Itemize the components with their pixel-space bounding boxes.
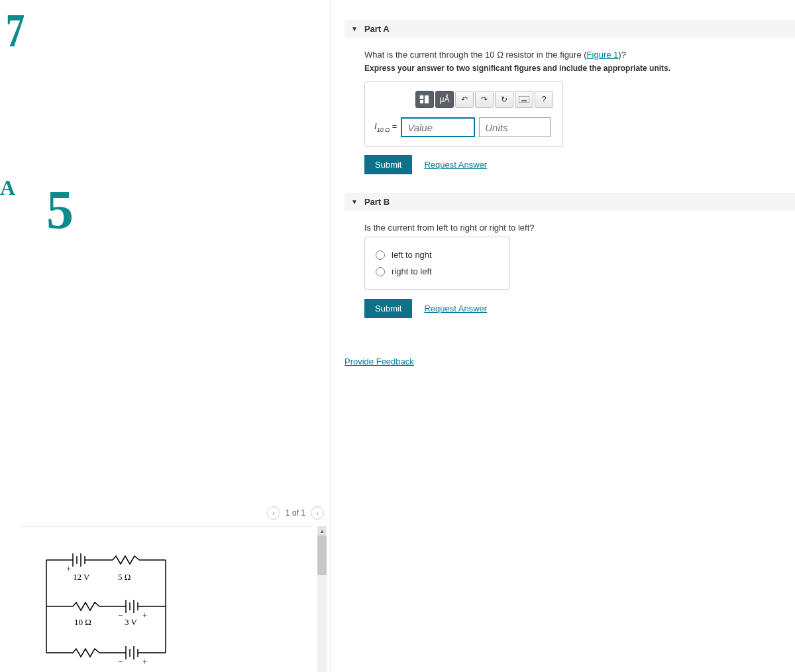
battery-minus-3: − [118, 657, 123, 666]
handwritten-5: 5 [46, 179, 74, 241]
templates-icon[interactable] [415, 91, 434, 108]
right-pane: Part A What is the current through the 1… [331, 0, 795, 672]
scroll-up-icon[interactable]: ▴ [317, 526, 327, 535]
svg-rect-24 [425, 95, 429, 103]
svg-rect-25 [420, 100, 423, 103]
option-right-to-left[interactable]: right to left [376, 263, 499, 280]
part-a-question: What is the current through the 10 Ω res… [364, 50, 795, 60]
value-input[interactable] [401, 117, 475, 137]
variable-label: I10 Ω = [374, 121, 397, 133]
help-icon[interactable]: ? [535, 91, 553, 108]
handwritten-a: A [0, 176, 15, 200]
pager-next-button[interactable]: › [311, 506, 324, 520]
part-a-request-answer-link[interactable]: Request Answer [424, 160, 487, 170]
option-left-to-right[interactable]: left to right [376, 247, 499, 263]
svg-rect-26 [519, 96, 529, 103]
part-b-title: Part B [364, 197, 390, 207]
reset-icon[interactable]: ↻ [495, 91, 513, 108]
part-a-title: Part A [364, 24, 390, 34]
units-icon[interactable]: μÅ [435, 91, 454, 108]
redo-icon[interactable]: ↷ [475, 91, 494, 108]
battery-minus-2: − [118, 610, 123, 620]
battery-plus-2: + [142, 610, 147, 620]
resistor-5-3: 5 Ω [76, 663, 89, 666]
part-b-options: left to right right to left [364, 237, 510, 290]
undo-icon[interactable]: ↶ [455, 91, 474, 108]
scroll-thumb[interactable] [317, 535, 327, 575]
resistor-10: 10 Ω [74, 617, 91, 627]
part-a-instruction: Express your answer to two significant f… [364, 64, 795, 73]
battery-plus-1: + [66, 564, 71, 574]
voltage-9v: 9 V [125, 663, 138, 666]
keyboard-icon[interactable] [515, 91, 533, 108]
part-b-question: Is the current from left to right or rig… [364, 223, 795, 233]
radio-left-to-right[interactable] [376, 251, 385, 260]
part-b-request-answer-link[interactable]: Request Answer [424, 304, 487, 313]
pager-text: 1 of 1 [286, 508, 305, 518]
svg-rect-23 [420, 95, 423, 99]
provide-feedback-link[interactable]: Provide Feedback [344, 357, 414, 366]
part-a-answer-box: μÅ ↶ ↷ ↻ ? I10 Ω = [364, 81, 563, 147]
battery-plus-3: + [142, 657, 147, 666]
part-a-submit-button[interactable]: Submit [364, 155, 412, 174]
pager-prev-button[interactable]: ‹ [267, 506, 280, 520]
voltage-12v: 12 V [73, 572, 90, 582]
figure-scrollbar[interactable]: ▴ [317, 526, 327, 672]
part-b-submit-button[interactable]: Submit [364, 299, 412, 318]
figure-1-link[interactable]: Figure 1 [587, 50, 619, 60]
circuit-figure: + 12 V 5 Ω 10 Ω − + 3 V 5 Ω − + 9 V [20, 526, 311, 672]
handwritten-7: 7 [6, 3, 25, 58]
part-b-header[interactable]: Part B [344, 193, 795, 211]
voltage-3v: 3 V [125, 617, 138, 627]
resistor-5-1: 5 Ω [118, 572, 131, 582]
radio-right-to-left[interactable] [376, 267, 385, 276]
units-input[interactable] [479, 117, 551, 137]
part-a-header[interactable]: Part A [344, 20, 795, 38]
answer-toolbar: μÅ ↶ ↷ ↻ ? [374, 91, 553, 108]
figure-pager: ‹ 1 of 1 › [267, 506, 324, 520]
left-pane: 7 A 5 ‹ 1 of 1 › [0, 0, 331, 672]
